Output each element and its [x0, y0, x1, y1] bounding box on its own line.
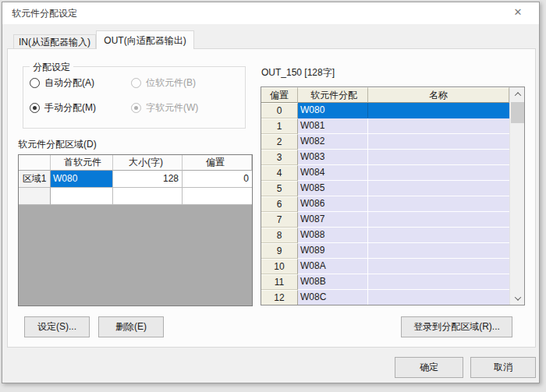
out-table-row: 2 W082 [261, 134, 509, 150]
out-row-offset: 12 [261, 290, 298, 305]
area-row-size[interactable] [113, 188, 183, 205]
area-row-device[interactable] [51, 188, 113, 205]
scrollbar-thumb[interactable] [511, 102, 524, 123]
out-table-row: 10 W08A [261, 259, 509, 274]
set-button[interactable]: 设定(S)... [24, 316, 90, 337]
out-row-name[interactable] [368, 274, 509, 290]
out-row-device[interactable]: W088 [298, 228, 368, 243]
area-header-device: 首软元件 [51, 155, 113, 171]
out-row-device[interactable]: W080 [298, 103, 368, 118]
area-row-label [19, 188, 51, 205]
out-row-name[interactable] [368, 118, 509, 134]
out-row-device[interactable]: W089 [298, 243, 368, 259]
out-table-row: 9 W089 [261, 243, 509, 259]
out-row-name[interactable] [368, 103, 509, 118]
out-row-offset: 2 [261, 134, 298, 150]
area-table-row: 区域1 W080 128 0 [19, 171, 252, 188]
out-row-device[interactable]: W08A [298, 259, 368, 274]
out-table-row: 6 W086 [261, 196, 509, 212]
out-table-body: 0 W080 1 W081 2 W082 3 W083 4 W084 5 W08… [261, 103, 509, 305]
tab-out[interactable]: OUT(向适配器输出) [96, 30, 194, 49]
out-row-name[interactable] [368, 228, 509, 243]
out-table-header-row: 偏置 软元件分配 名称 [261, 87, 509, 103]
area-header-size: 大小(字) [113, 155, 183, 171]
out-table-row: 8 W088 [261, 228, 509, 243]
out-row-name[interactable] [368, 290, 509, 305]
tab-in[interactable]: IN(从适配器输入) [13, 34, 96, 49]
radio-icon [131, 78, 141, 88]
out-table-row: 5 W085 [261, 181, 509, 196]
out-header-name: 名称 [368, 87, 509, 103]
radio-icon [30, 78, 40, 88]
radio-icon [131, 103, 141, 113]
out-row-device[interactable]: W082 [298, 134, 368, 150]
out-row-name[interactable] [368, 243, 509, 259]
out-row-offset: 3 [261, 150, 298, 165]
radio-option[interactable]: 自动分配(A) [30, 76, 94, 90]
cancel-button[interactable]: 取消 [470, 357, 536, 378]
out-row-offset: 1 [261, 118, 298, 134]
register-to-area-button[interactable]: 登录到分配区域(R)... [401, 316, 512, 337]
out-row-name[interactable] [368, 165, 509, 181]
out-row-name[interactable] [368, 212, 509, 228]
area-header-offset: 偏置 [183, 155, 252, 171]
area-row-size[interactable]: 128 [113, 171, 183, 188]
dialog-title: 软元件分配设定 [12, 2, 77, 24]
radio-option[interactable]: 手动分配(M) [30, 101, 96, 115]
out-row-name[interactable] [368, 134, 509, 150]
out-table-scrollbar[interactable] [509, 87, 524, 305]
out-row-device[interactable]: W083 [298, 150, 368, 165]
out-row-name[interactable] [368, 150, 509, 165]
close-icon[interactable]: ✕ [505, 2, 531, 24]
device-assignment-dialog: 软元件分配设定 ✕ IN(从适配器输入) OUT(向适配器输出) 分配设定 自动… [2, 2, 540, 383]
scroll-up-icon[interactable] [510, 87, 525, 101]
out-table-row: 7 W087 [261, 212, 509, 228]
area-table-label: 软元件分配区域(D) [18, 138, 97, 151]
out-table-title: OUT_150 [128字] [261, 66, 335, 79]
out-table-row: 12 W08C [261, 290, 509, 305]
out-table-row: 4 W084 [261, 165, 509, 181]
area-row-offset[interactable]: 0 [183, 171, 252, 188]
radio-label: 自动分配(A) [44, 76, 94, 90]
out-row-device[interactable]: W084 [298, 165, 368, 181]
out-row-name[interactable] [368, 181, 509, 196]
out-row-device[interactable]: W081 [298, 118, 368, 134]
out-row-offset: 10 [261, 259, 298, 274]
out-row-offset: 4 [261, 165, 298, 181]
out-table-row: 11 W08B [261, 274, 509, 290]
out-table-row: 1 W081 [261, 118, 509, 134]
out-row-offset: 8 [261, 228, 298, 243]
area-row-label: 区域1 [19, 171, 51, 188]
allocation-settings-group: 分配设定 自动分配(A) 位软元件(B) 手动分配(M) 字软元件(W) [23, 66, 246, 129]
out-row-offset: 6 [261, 196, 298, 212]
scroll-down-icon[interactable] [510, 291, 525, 305]
out-row-device[interactable]: W08C [298, 290, 368, 305]
out-header-offset: 偏置 [261, 87, 298, 103]
out-row-device[interactable]: W08B [298, 274, 368, 290]
area-header-corner [19, 155, 51, 171]
ok-button[interactable]: 确定 [395, 357, 463, 378]
out-row-offset: 7 [261, 212, 298, 228]
radio-option[interactable]: 字软元件(W) [131, 101, 198, 115]
area-table-header-row: 首软元件 大小(字) 偏置 [19, 155, 252, 171]
out-row-device[interactable]: W087 [298, 212, 368, 228]
out-assignment-table: 偏置 软元件分配 名称 0 W080 1 W081 2 W082 3 W083 … [261, 87, 525, 305]
area-row-offset[interactable] [183, 188, 252, 205]
out-table-row: 3 W083 [261, 150, 509, 165]
out-row-device[interactable]: W086 [298, 196, 368, 212]
area-row-device[interactable]: W080 [51, 171, 113, 188]
out-row-offset: 0 [261, 103, 298, 118]
delete-button[interactable]: 删除(E) [98, 316, 164, 337]
out-row-name[interactable] [368, 196, 509, 212]
out-row-name[interactable] [368, 259, 509, 274]
device-area-table: 首软元件 大小(字) 偏置 区域1 W080 128 0 [18, 154, 253, 306]
out-row-offset: 11 [261, 274, 298, 290]
title-bar: 软元件分配设定 ✕ [2, 2, 539, 24]
out-header-device: 软元件分配 [298, 87, 368, 103]
area-table-row [19, 188, 252, 205]
allocation-group-title: 分配设定 [30, 61, 73, 74]
out-row-offset: 5 [261, 181, 298, 196]
radio-label: 手动分配(M) [44, 101, 96, 115]
out-row-device[interactable]: W085 [298, 181, 368, 196]
radio-option[interactable]: 位软元件(B) [131, 76, 196, 90]
